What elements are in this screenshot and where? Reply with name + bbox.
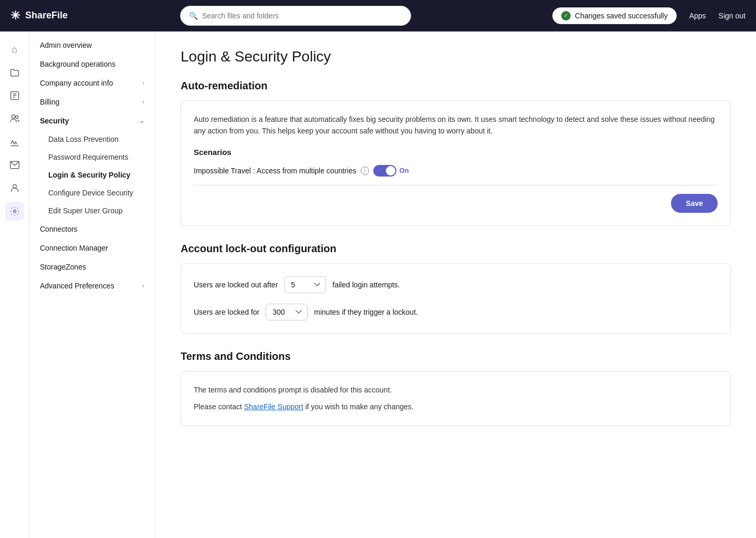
- nav-right: ✓ Changes saved successfully Apps Sign o…: [552, 7, 746, 24]
- sidebar-item-label: Admin overview: [40, 41, 92, 49]
- chevron-right-icon: ›: [142, 98, 144, 106]
- terms-line2-suffix: if you wish to make any changes.: [303, 402, 414, 411]
- chevron-right-icon: ›: [142, 79, 144, 87]
- lockout-row2-prefix: Users are locked for: [194, 308, 259, 316]
- rail-home-icon[interactable]: ⌂: [5, 40, 24, 59]
- body-layout: ⌂: [0, 32, 756, 538]
- logo[interactable]: ✳ ShareFile: [10, 9, 105, 23]
- terms-section: Terms and Conditions The terms and condi…: [181, 350, 731, 427]
- rail-folder-icon[interactable]: [5, 63, 24, 82]
- auto-remediation-card: Auto remediation is a feature that autom…: [181, 100, 731, 226]
- card-footer: Save: [194, 194, 718, 213]
- sidebar-sub-item-label: Edit Super User Group: [48, 206, 123, 215]
- search-bar[interactable]: 🔍: [180, 6, 411, 26]
- sidebar-sub-item-configure-device[interactable]: Configure Device Security: [29, 184, 155, 202]
- success-message: Changes saved successfully: [575, 12, 668, 20]
- lockout-row1-prefix: Users are locked out after: [194, 281, 278, 289]
- terms-title: Terms and Conditions: [181, 350, 731, 363]
- sidebar-sub-item-label: Data Loss Prevention: [48, 135, 119, 143]
- lockout-card: Users are locked out after 5 3 10 failed…: [181, 263, 731, 334]
- lockout-section: Account lock-out configuration Users are…: [181, 243, 731, 334]
- chevron-right-icon: ›: [142, 282, 144, 289]
- sidebar-sub-item-login-security[interactable]: Login & Security Policy: [29, 166, 155, 184]
- auto-remediation-section: Auto-remediation Auto remediation is a f…: [181, 80, 731, 226]
- sidebar-item-advanced-preferences[interactable]: Advanced Preferences ›: [29, 276, 155, 295]
- auto-remediation-title: Auto-remediation: [181, 80, 731, 92]
- sidebar-item-label: Connectors: [40, 225, 78, 233]
- sidebar-item-billing[interactable]: Billing ›: [29, 92, 155, 111]
- sidebar: Admin overview Background operations Com…: [29, 32, 155, 538]
- search-icon: 🔍: [189, 12, 198, 20]
- lockout-row-2: Users are locked for 300 60 1440 minutes…: [194, 304, 718, 320]
- sidebar-sub-item-password-requirements[interactable]: Password Requirements: [29, 148, 155, 166]
- rail-settings-icon[interactable]: [5, 202, 24, 221]
- toggle-wrap: On: [373, 165, 409, 177]
- svg-point-8: [13, 184, 16, 188]
- top-navigation: ✳ ShareFile 🔍 ✓ Changes saved successful…: [0, 0, 756, 32]
- sidebar-sub-item-label: Configure Device Security: [48, 189, 133, 197]
- terms-line2: Please contact ShareFile Support if you …: [194, 401, 718, 413]
- lockout-row1-suffix: failed login attempts.: [332, 281, 400, 289]
- lockout-row2-suffix: minutes if they trigger a lockout.: [314, 308, 418, 316]
- lockout-row-1: Users are locked out after 5 3 10 failed…: [194, 276, 718, 293]
- scenario-text: Impossible Travel : Access from multiple…: [194, 167, 356, 175]
- sidebar-item-connectors[interactable]: Connectors: [29, 220, 155, 239]
- sidebar-sub-item-label: Login & Security Policy: [48, 171, 130, 179]
- impossible-travel-toggle[interactable]: [373, 165, 396, 177]
- sidebar-sub-item-edit-super-user[interactable]: Edit Super User Group: [29, 202, 155, 220]
- sidebar-item-label: Company account info: [40, 79, 113, 87]
- terms-line1: The terms and conditions prompt is disab…: [194, 384, 718, 397]
- sidebar-item-label: Security: [40, 117, 69, 125]
- search-input[interactable]: [202, 12, 402, 20]
- sidebar-item-storagezones[interactable]: StorageZones: [29, 257, 155, 276]
- sidebar-item-label: Advanced Preferences: [40, 282, 114, 290]
- lockout-duration-select[interactable]: 300 60 1440: [266, 304, 308, 320]
- rail-person-icon[interactable]: [5, 179, 24, 198]
- rail-users-icon[interactable]: [5, 109, 24, 128]
- logo-icon: ✳: [10, 9, 20, 23]
- success-badge: ✓ Changes saved successfully: [552, 7, 677, 24]
- rail-signature-icon[interactable]: [5, 132, 24, 151]
- sidebar-item-background-operations[interactable]: Background operations: [29, 55, 155, 74]
- lockout-title: Account lock-out configuration: [181, 243, 731, 255]
- sidebar-item-company-account-info[interactable]: Company account info ›: [29, 74, 155, 92]
- sidebar-item-connection-manager[interactable]: Connection Manager: [29, 239, 155, 257]
- scenario-row: Impossible Travel : Access from multiple…: [194, 165, 718, 177]
- apps-link[interactable]: Apps: [689, 12, 706, 20]
- svg-point-9: [13, 210, 16, 213]
- scenarios-label: Scenarios: [194, 148, 718, 157]
- sharefile-support-link[interactable]: ShareFile Support: [244, 402, 303, 411]
- main-content: Login & Security Policy Auto-remediation…: [155, 32, 756, 538]
- logo-text: ShareFile: [25, 10, 68, 21]
- rail-edit-icon[interactable]: [5, 86, 24, 105]
- sidebar-item-security[interactable]: Security ⌄: [29, 111, 155, 130]
- terms-line2-prefix: Please contact: [194, 402, 244, 411]
- save-button[interactable]: Save: [671, 194, 718, 213]
- svg-point-4: [12, 115, 15, 119]
- chevron-down-icon: ⌄: [139, 117, 144, 125]
- rail-mail-icon[interactable]: [5, 156, 24, 174]
- sidebar-sub-item-label: Password Requirements: [48, 153, 129, 161]
- terms-card: The terms and conditions prompt is disab…: [181, 371, 731, 427]
- signout-link[interactable]: Sign out: [719, 12, 746, 20]
- card-divider: [194, 185, 718, 185]
- toggle-knob: [386, 166, 395, 175]
- sidebar-item-label: StorageZones: [40, 263, 86, 271]
- sidebar-item-label: Connection Manager: [40, 244, 108, 252]
- info-icon[interactable]: i: [361, 167, 369, 175]
- sidebar-item-admin-overview[interactable]: Admin overview: [29, 36, 155, 55]
- sidebar-item-label: Billing: [40, 98, 59, 106]
- icon-rail: ⌂: [0, 32, 29, 538]
- sidebar-sub-item-data-loss-prevention[interactable]: Data Loss Prevention: [29, 130, 155, 148]
- lockout-attempts-select[interactable]: 5 3 10: [284, 276, 326, 293]
- toggle-label: On: [400, 167, 409, 174]
- svg-point-5: [15, 116, 18, 118]
- sidebar-item-label: Background operations: [40, 60, 116, 68]
- auto-remediation-description: Auto remediation is a feature that autom…: [194, 113, 718, 137]
- page-title: Login & Security Policy: [181, 48, 731, 65]
- success-icon: ✓: [561, 11, 571, 20]
